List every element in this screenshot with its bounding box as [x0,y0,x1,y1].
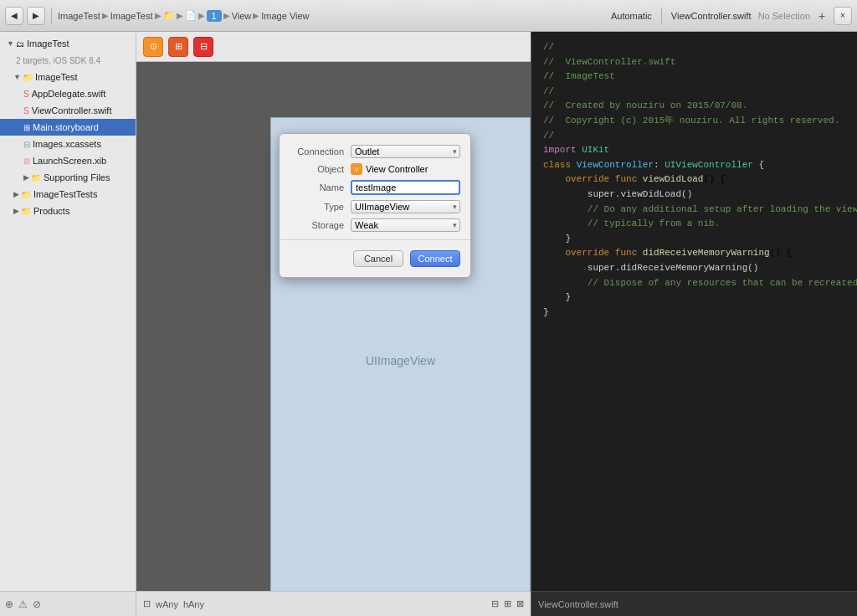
popup-connection-row: Connection Outlet [280,142,470,161]
no-selection-label: No Selection [758,11,810,21]
breadcrumb-imageview[interactable]: Image View [261,11,309,21]
file-tree: ▼ 🗂 ImageTest 2 targets, iOS SDK 8.4 ▼ 📁… [0,32,136,591]
main-area: ▼ 🗂 ImageTest 2 targets, iOS SDK 8.4 ▼ 📁… [0,32,857,616]
connect-button[interactable]: Connect [410,250,460,267]
breadcrumb-imagetest[interactable]: ImageTest [58,11,100,21]
storyboard-icon: ⊞ [23,123,30,132]
sidebar-label-imagetest-group: ImageTest [35,72,78,82]
breadcrumb-arrow-5: ▶ [223,11,230,20]
sidebar-bottom-bar: ⊕ ⚠ ⊘ [0,591,136,616]
canvas-button-1[interactable]: ⊙ [143,37,163,57]
sidebar-item-appdelegate[interactable]: S AppDelegate.swift [0,85,136,102]
code-line: } [543,290,845,305]
folder-blue-icon-tests: 📁 [21,190,31,199]
file-label: ViewController.swift [668,11,755,21]
automatic-label: Automatic [608,11,655,21]
sidebar-item-imagetest-group[interactable]: ▼ 📁 ImageTest [0,69,136,85]
name-input[interactable] [351,180,460,195]
canvas-zoom-icon-3[interactable]: ⊠ [516,598,524,609]
canvas-h-label: hAny [183,599,204,609]
code-line: // typically from a nib. [543,217,845,232]
breadcrumb-file[interactable]: 📄 [185,10,197,21]
code-content-area[interactable]: //// ViewController.swift// ImageTest///… [531,32,857,591]
sidebar-label-tests: ImageTestTests [33,189,97,199]
viewcontroller-icon: V [351,163,362,175]
expand-arrow-products: ▶ [13,207,19,215]
breadcrumb-view[interactable]: View [232,11,252,21]
close-tab-button[interactable]: × [834,7,852,25]
connection-select[interactable]: Outlet [351,145,460,158]
code-line: // Dispose of any resources that can be … [543,276,845,291]
code-line: // Do any additional setup after loading… [543,203,845,218]
swift-icon-1: S [23,90,29,99]
main-toolbar: ◀ ▶ ImageTest ▶ ImageTest ▶ 📁 ▶ 📄 ▶ 1 ▶ … [0,0,857,32]
code-line: // Copyright (c) 2015年 nouziru. All righ… [543,114,845,129]
canvas-zoom-icon-1[interactable]: ⊟ [491,598,499,609]
breadcrumb-folder[interactable]: 📁 [163,10,175,21]
type-select[interactable]: UIImageView [351,200,460,213]
storage-select[interactable]: Weak [351,218,460,232]
add-tab-button[interactable]: + [813,8,830,24]
code-line: // ViewController.swift [543,55,845,70]
sidebar-item-xib[interactable]: ⊞ LaunchScreen.xib [0,152,136,169]
popup-object-value: V View Controller [351,163,428,175]
popup-object-row: Object V View Controller [280,161,470,177]
object-value: View Controller [366,164,428,174]
code-status-label: ViewController.swift [538,599,618,609]
filter-icon[interactable]: ⊕ [5,598,13,610]
canvas-scroll-area[interactable]: Connection Outlet Object V View Controll… [136,62,531,591]
xib-icon: ⊞ [23,157,30,166]
code-line: super.viewDidLoad() [543,187,845,203]
breadcrumb-active-1[interactable]: 1 [207,10,222,22]
toolbar-sep-2 [661,8,662,24]
code-line: // [543,129,845,144]
error-icon[interactable]: ⊘ [33,598,41,610]
code-line: // ImageTest [543,69,845,85]
sidebar-item-tests[interactable]: ▶ 📁 ImageTestTests [0,186,136,203]
type-label: Type [290,202,344,212]
toolbar-separator [51,8,52,24]
canvas-layout-icon[interactable]: ⊡ [143,598,151,609]
popup-type-row: Type UIImageView [280,198,470,216]
breadcrumb-arrow-4: ▶ [198,11,205,20]
warning-icon[interactable]: ⚠ [18,598,28,610]
storage-select-wrapper: Weak [351,218,460,232]
connection-inspector-popup: Connection Outlet Object V View Controll… [279,133,471,278]
sidebar-label-imagetest-root: ImageTest [27,38,69,49]
sidebar-item-project[interactable]: ▼ 🗂 ImageTest [0,35,136,52]
sidebar-item-xcassets[interactable]: ⊟ Images.xcassets [0,136,136,152]
nav-forward-button[interactable]: ▶ [27,7,45,25]
sidebar-item-viewcontroller[interactable]: S ViewController.swift [0,102,136,119]
canvas-button-2[interactable]: ⊞ [168,37,188,57]
sidebar-label-storyboard: Main.storyboard [33,122,99,132]
sidebar-label-targets: 2 targets, iOS SDK 8.4 [16,56,100,65]
sidebar-item-targets: 2 targets, iOS SDK 8.4 [0,52,136,69]
folder-icon-products: 📁 [21,207,31,216]
code-line: // [543,85,845,100]
popup-divider [280,239,470,240]
popup-buttons: Cancel Connect [280,245,470,269]
canvas-zoom-icon-2[interactable]: ⊞ [504,598,511,609]
sidebar-item-supporting[interactable]: ▶ 📁 Supporting Files [0,169,136,186]
sidebar-label-xib: LaunchScreen.xib [33,156,106,166]
sidebar-item-products[interactable]: ▶ 📁 Products [0,203,136,219]
sidebar-label-xcassets: Images.xcassets [33,139,101,149]
breadcrumb-imagetest2[interactable]: ImageTest [110,11,153,21]
canvas-bottom-bar: ⊡ wAny hAny ⊟ ⊞ ⊠ [136,591,531,616]
canvas-area: ⊙ ⊞ ⊟ Connection Outlet Object [136,32,531,616]
nav-back-button[interactable]: ◀ [5,7,23,25]
cancel-button[interactable]: Cancel [353,250,403,267]
sidebar-item-storyboard[interactable]: ⊞ Main.storyboard [0,119,136,136]
canvas-w-label: wAny [156,599,178,609]
canvas-bottom-right: ⊟ ⊞ ⊠ [491,598,524,609]
code-line: import UIKit [543,143,845,158]
code-line: } [543,305,845,321]
code-editor: //// ViewController.swift// ImageTest///… [531,32,857,616]
toolbar-right: Automatic ViewController.swift No Select… [608,7,852,25]
canvas-button-3[interactable]: ⊟ [193,37,213,57]
code-bottom-bar: ViewController.swift [531,591,857,616]
expand-arrow-project: ▼ [7,39,14,48]
code-line: // [543,40,845,55]
code-line: super.didReceiveMemoryWarning() [543,261,845,276]
connection-label: Connection [290,146,344,157]
